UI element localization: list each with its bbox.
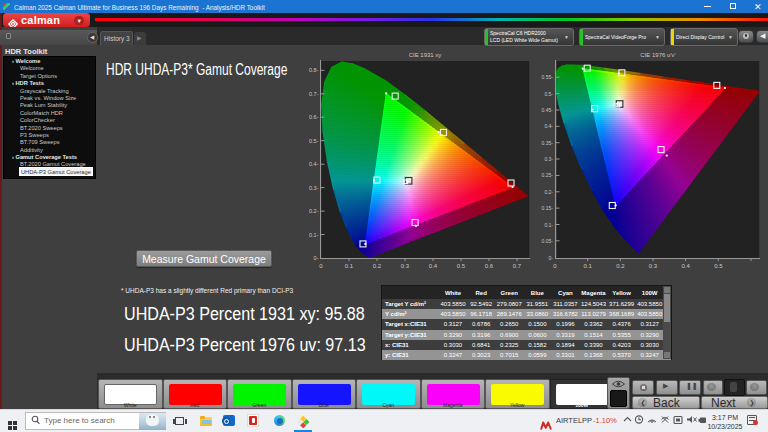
svg-text:0.45-: 0.45- (542, 107, 554, 113)
svg-text:0.05-: 0.05- (542, 238, 554, 244)
svg-text:0.25-: 0.25- (542, 172, 554, 178)
svg-text:CIE 1976 u′v′: CIE 1976 u′v′ (640, 52, 676, 58)
svg-text:0.15-: 0.15- (542, 205, 554, 211)
svg-text:0.2: 0.2 (616, 263, 625, 269)
svg-text:0.4: 0.4 (681, 263, 690, 269)
svg-text:0.2-: 0.2- (544, 189, 553, 195)
svg-text:0.1-: 0.1- (544, 222, 553, 228)
svg-text:0.35-: 0.35- (542, 140, 554, 146)
svg-text:0.5-: 0.5- (544, 91, 553, 97)
svg-text:0.55-: 0.55- (542, 74, 554, 80)
svg-text:0.4-: 0.4- (544, 123, 553, 129)
svg-text:0.5: 0.5 (714, 263, 723, 269)
svg-text:0.1: 0.1 (584, 263, 593, 269)
svg-text:0.3: 0.3 (649, 263, 658, 269)
svg-text:0-: 0- (549, 255, 554, 261)
svg-text:0: 0 (553, 263, 557, 269)
svg-text:0.3-: 0.3- (544, 156, 553, 162)
